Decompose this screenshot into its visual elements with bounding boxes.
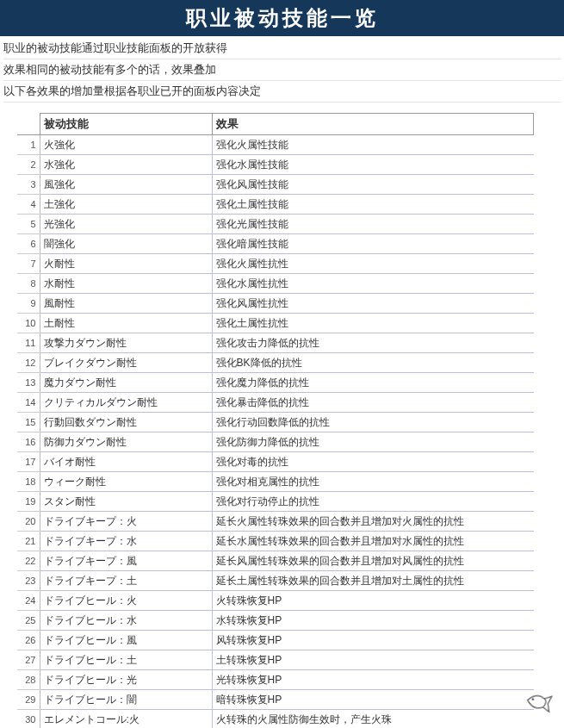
row-skill: エレメントコール:火: [40, 710, 212, 729]
row-effect: 风转珠恢复HP: [212, 631, 534, 650]
table-row: 13魔力ダウン耐性强化魔力降低的抗性: [17, 373, 534, 393]
row-skill: 風耐性: [40, 294, 212, 314]
row-effect: 延长火属性转珠效果的回合数并且增加对火属性的抗性: [212, 512, 534, 532]
row-index: 19: [17, 492, 40, 512]
svg-point-0: [531, 698, 534, 700]
row-skill: 防御力ダウン耐性: [40, 432, 212, 452]
row-index: 13: [17, 373, 40, 393]
row-index: 7: [17, 254, 40, 274]
row-effect: 暗转珠恢复HP: [212, 690, 534, 710]
intro-line: 效果相同的被动技能有多个的话，效果叠加: [3, 59, 561, 81]
row-index: 2: [17, 155, 40, 175]
row-index: 20: [17, 512, 40, 532]
table-row: 2水強化强化水属性技能: [17, 155, 534, 175]
row-skill: ドライブヒール：光: [40, 670, 212, 690]
row-effect: 强化土属性抗性: [212, 314, 534, 333]
row-index: 26: [17, 631, 40, 650]
table-row: 27ドライブヒール：土土转珠恢复HP: [17, 650, 534, 670]
row-effect: 火转珠恢复HP: [212, 591, 534, 611]
row-index: 11: [17, 333, 40, 353]
row-index: 3: [17, 175, 40, 195]
col-skill: 被动技能: [40, 114, 212, 135]
row-index: 12: [17, 353, 40, 373]
row-index: 16: [17, 432, 40, 452]
row-skill: ドライブヒール：風: [40, 631, 212, 650]
intro-block: 职业的被动技能通过职业技能面板的开放获得 效果相同的被动技能有多个的话，效果叠加…: [0, 36, 564, 104]
row-skill: 魔力ダウン耐性: [40, 373, 212, 393]
row-skill: ドライブキープ：水: [40, 532, 212, 551]
row-index: 25: [17, 611, 40, 631]
mascot-icon: [523, 688, 556, 719]
row-skill: ドライブキープ：火: [40, 512, 212, 532]
row-index: 21: [17, 532, 40, 551]
row-effect: 强化防御力降低的抗性: [212, 432, 534, 452]
row-index: 5: [17, 215, 40, 234]
row-effect: 强化暗属性技能: [212, 234, 534, 254]
row-effect: 水转珠恢复HP: [212, 611, 534, 631]
table-row: 21ドライブキープ：水延长水属性转珠效果的回合数并且增加对水属性的抗性: [17, 532, 534, 551]
row-effect: 强化对相克属性的抗性: [212, 472, 534, 492]
row-index: 9: [17, 294, 40, 314]
row-skill: 闇強化: [40, 234, 212, 254]
row-skill: ドライブキープ：土: [40, 571, 212, 591]
row-index: 23: [17, 571, 40, 591]
intro-line: 职业的被动技能通过职业技能面板的开放获得: [3, 38, 561, 59]
row-index: 17: [17, 452, 40, 472]
row-skill: スタン耐性: [40, 492, 212, 512]
row-index: 10: [17, 314, 40, 333]
table-row: 22ドライブキープ：風延长风属性转珠效果的回合数并且增加对风属性的抗性: [17, 551, 534, 571]
table-row: 11攻撃力ダウン耐性强化攻击力降低的抗性: [17, 333, 534, 353]
intro-line: 以下各效果的增加量根据各职业已开的面板内容决定: [3, 81, 561, 103]
row-skill: 水強化: [40, 155, 212, 175]
table-row: 18ウィーク耐性强化对相克属性的抗性: [17, 472, 534, 492]
table-row: 24ドライブヒール：火火转珠恢复HP: [17, 591, 534, 611]
row-effect: 火转珠的火属性防御生效时，产生火珠: [212, 710, 534, 729]
row-effect: 延长水属性转珠效果的回合数并且增加对水属性的抗性: [212, 532, 534, 551]
table-row: 4土強化强化土属性技能: [17, 195, 534, 215]
row-effect: 强化行动回数降低的抗性: [212, 413, 534, 432]
row-index: 4: [17, 195, 40, 215]
row-effect: 强化土属性技能: [212, 195, 534, 215]
row-effect: 强化风属性技能: [212, 175, 534, 195]
row-index: 29: [17, 690, 40, 710]
col-effect: 效果: [212, 114, 534, 135]
row-skill: ドライブヒール：闇: [40, 690, 212, 710]
table-row: 3風強化强化风属性技能: [17, 175, 534, 195]
table-row: 28ドライブヒール：光光转珠恢复HP: [17, 670, 534, 690]
table-row: 30エレメントコール:火火转珠的火属性防御生效时，产生火珠: [17, 710, 534, 729]
row-skill: 光強化: [40, 215, 212, 234]
table-row: 16防御力ダウン耐性强化防御力降低的抗性: [17, 432, 534, 452]
row-index: 6: [17, 234, 40, 254]
row-index: 28: [17, 670, 40, 690]
row-effect: 强化攻击力降低的抗性: [212, 333, 534, 353]
row-effect: 强化光属性技能: [212, 215, 534, 234]
row-skill: 火耐性: [40, 254, 212, 274]
table-row: 23ドライブキープ：土延长土属性转珠效果的回合数并且增加对土属性的抗性: [17, 571, 534, 591]
table-row: 10土耐性强化土属性抗性: [17, 314, 534, 333]
table-row: 20ドライブキープ：火延长火属性转珠效果的回合数并且增加对火属性的抗性: [17, 512, 534, 532]
row-index: 18: [17, 472, 40, 492]
row-index: 24: [17, 591, 40, 611]
row-skill: 土耐性: [40, 314, 212, 333]
row-skill: ドライブヒール：火: [40, 591, 212, 611]
row-effect: 土转珠恢复HP: [212, 650, 534, 670]
row-effect: 强化对行动停止的抗性: [212, 492, 534, 512]
row-index: 15: [17, 413, 40, 432]
row-index: 27: [17, 650, 40, 670]
row-skill: 土強化: [40, 195, 212, 215]
row-skill: クリティカルダウン耐性: [40, 393, 212, 413]
row-skill: ブレイクダウン耐性: [40, 353, 212, 373]
row-effect: 强化BK降低的抗性: [212, 353, 534, 373]
row-effect: 强化火属性抗性: [212, 254, 534, 274]
row-skill: ドライブキープ：風: [40, 551, 212, 571]
table-row: 14クリティカルダウン耐性强化暴击降低的抗性: [17, 393, 534, 413]
table-row: 8水耐性强化水属性抗性: [17, 274, 534, 294]
page-title: 职业被动技能一览: [0, 0, 564, 36]
row-index: 1: [17, 135, 40, 155]
row-effect: 强化水属性抗性: [212, 274, 534, 294]
row-effect: 延长土属性转珠效果的回合数并且增加对土属性的抗性: [212, 571, 534, 591]
table-row: 26ドライブヒール：風风转珠恢复HP: [17, 631, 534, 650]
table-row: 9風耐性强化风属性抗性: [17, 294, 534, 314]
row-index: 30: [17, 710, 40, 729]
row-effect: 光转珠恢复HP: [212, 670, 534, 690]
